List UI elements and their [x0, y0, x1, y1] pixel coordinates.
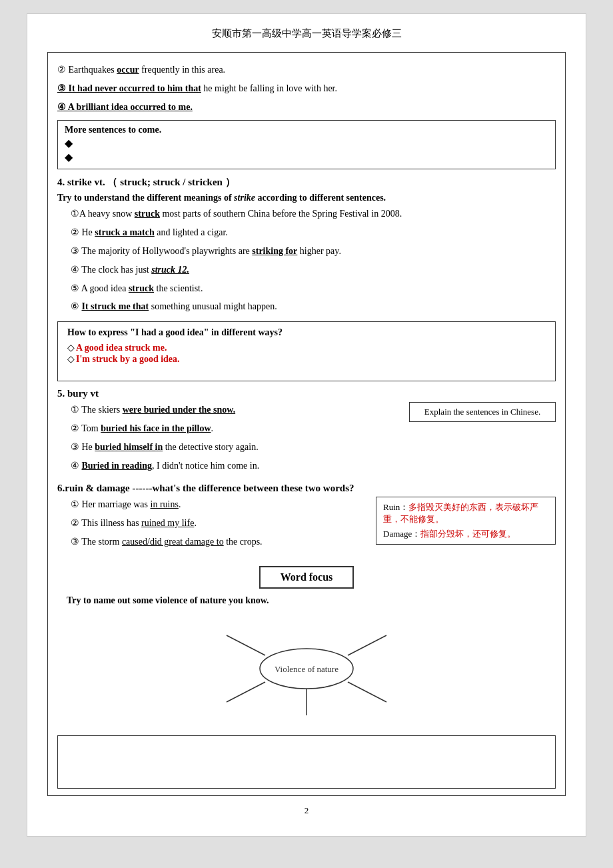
main-content: ② Earthquakes occur frequently in this a…	[47, 52, 566, 796]
damage-desc: 指部分毁坏，还可修复。	[420, 529, 516, 539]
bury-item-3: ③ He buried himself in the detective sto…	[71, 439, 556, 455]
explain-box: Explain the sentences in Chinese.	[409, 402, 556, 422]
svg-line-5	[348, 682, 386, 702]
strike-item-4: ④ The clock has just struck 12.	[71, 262, 556, 278]
ruin-damage-title: 6.ruin & damage ------what's the differe…	[57, 483, 556, 494]
sentence-3: ③ It had never occurred to him that he m…	[57, 81, 556, 97]
bury-section: 5. bury vt Explain the sentences in Chin…	[57, 388, 556, 476]
damage-label: Damage：	[383, 529, 420, 539]
strike-item-1: ①A heavy snow struck most parts of south…	[71, 206, 556, 222]
how-express-title: How to express "I had a good idea" in di…	[67, 327, 546, 338]
how-express-box: How to express "I had a good idea" in di…	[57, 321, 556, 381]
sentence-2-rest: frequently in this area.	[141, 65, 225, 75]
page-header: 安顺市第一高级中学高一英语导学案必修三	[47, 27, 566, 40]
diagram-area: Violence of nature	[57, 615, 556, 722]
header-title: 安顺市第一高级中学高一英语导学案必修三	[212, 28, 402, 39]
strike-subtitle-rest: according to different sentences.	[257, 193, 386, 203]
explain-text: Explain the sentences in Chinese.	[424, 407, 540, 417]
page: 安顺市第一高级中学高一英语导学案必修三 ② Earthquakes occur …	[27, 13, 586, 837]
strike-item-5: ⑤ A good idea struck the scientist.	[71, 281, 556, 297]
diamond-1: ◇	[67, 343, 75, 353]
word-focus-area: Word focus	[57, 566, 556, 589]
word-focus-button[interactable]: Word focus	[259, 566, 354, 589]
ruin-info-box: Ruin：多指毁灭美好的东西，表示破坏严重，不能修复。 Damage：指部分毁坏…	[376, 497, 556, 545]
bullet-1: ◆	[65, 137, 548, 149]
strike-title: 4. strike vt. （ struck; struck / stricke…	[57, 176, 556, 189]
strike-item-3: ③ The majority of Hollywood's playwright…	[71, 243, 556, 259]
bury-item-2: ② Tom buried his face in the pillow.	[71, 421, 556, 437]
svg-line-4	[227, 682, 265, 702]
strike-item-6: ⑥ It struck me that something unusual mi…	[71, 299, 556, 315]
blank-box	[57, 735, 556, 789]
bury-item-4: ④ Buried in reading, I didn't notice him…	[71, 458, 556, 474]
diamond-2: ◇	[67, 354, 75, 364]
ruin-damage-section: 6.ruin & damage ------what's the differe…	[57, 483, 556, 552]
strike-subtitle-pre: Try to understand the different meanings…	[57, 193, 232, 203]
violence-instruction: Try to name out some violence of nature …	[67, 595, 556, 606]
how-express-red-2: I'm struck by a good idea.	[76, 354, 180, 364]
strike-italic: strike	[234, 193, 255, 203]
svg-text:Violence of nature: Violence of nature	[275, 664, 338, 674]
sentence-4-bold: ④ A brilliant idea occurred to me.	[57, 102, 193, 112]
strike-item-2: ② He struck a match and lighted a cigar.	[71, 225, 556, 241]
damage-label-line: Damage：指部分毁坏，还可修复。	[383, 528, 548, 540]
more-sentences-title: More sentences to come.	[65, 125, 548, 135]
sentence-4: ④ A brilliant idea occurred to me.	[57, 99, 556, 115]
bullet-2: ◆	[65, 151, 548, 163]
strike-subtitle: Try to understand the different meanings…	[57, 193, 556, 203]
page-number: 2	[47, 805, 566, 816]
violence-diagram: Violence of nature	[187, 615, 426, 722]
how-express-item1: ◇A good idea struck me.	[67, 342, 546, 353]
sentence-3-rest: he might be falling in love with her.	[203, 83, 337, 93]
sentence-3-bold: ③ It had never occurred to him that	[57, 83, 201, 93]
circle-2: ② Earthquakes	[57, 65, 115, 75]
bury-title: 5. bury vt	[57, 388, 556, 399]
svg-line-2	[227, 635, 265, 655]
how-express-item2: ◇I'm struck by a good idea.	[67, 353, 546, 365]
how-express-red-1: A good idea struck me.	[76, 343, 167, 353]
svg-line-3	[348, 635, 386, 655]
ruin-label: Ruin：	[383, 502, 408, 512]
occur-word: occur	[117, 65, 139, 75]
more-sentences-box: More sentences to come. ◆ ◆	[57, 120, 556, 169]
sentence-2: ② Earthquakes occur frequently in this a…	[57, 62, 556, 78]
ruin-label-line: Ruin：多指毁灭美好的东西，表示破坏严重，不能修复。	[383, 501, 548, 525]
